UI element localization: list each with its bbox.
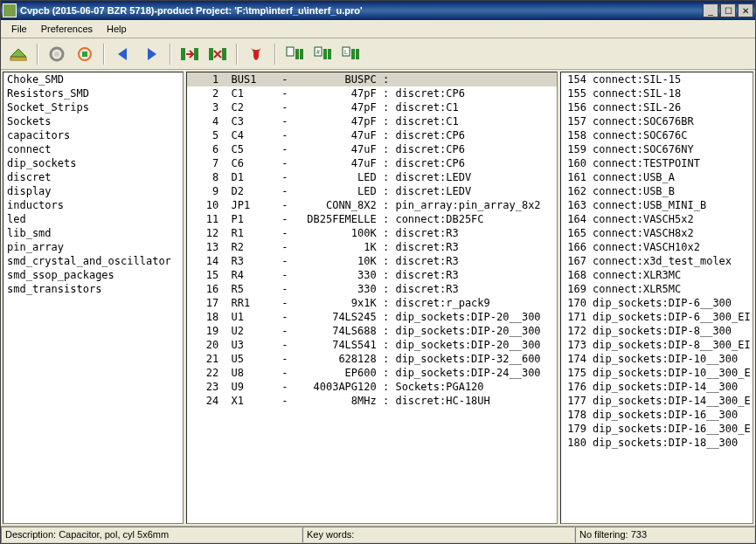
library-item[interactable]: Sockets bbox=[3, 114, 183, 128]
footprint-list[interactable]: 154 connect:SIL-15 155 connect:SIL-18 15… bbox=[561, 72, 753, 508]
component-hscroll[interactable] bbox=[187, 508, 557, 523]
component-row[interactable]: 11 P1 - DB25FEMELLE : connect:DB25FC bbox=[187, 212, 557, 226]
save-icon bbox=[9, 45, 28, 64]
auto-associate-button[interactable] bbox=[177, 42, 202, 66]
footprint-item[interactable]: 174 dip_sockets:DIP-10__300 bbox=[561, 352, 753, 366]
component-row[interactable]: 5 C4 - 47uF : discret:CP6 bbox=[187, 128, 557, 142]
footprint-item[interactable]: 180 dip_sockets:DIP-18__300 bbox=[561, 436, 753, 450]
component-row[interactable]: 7 C6 - 47uF : discret:CP6 bbox=[187, 156, 557, 170]
filter-keyword-icon bbox=[285, 45, 304, 63]
footprint-item[interactable]: 162 connect:USB_B bbox=[561, 184, 753, 198]
footprint-item[interactable]: 169 connect:XLR5MC bbox=[561, 282, 753, 296]
view-footprint-button[interactable] bbox=[73, 42, 97, 66]
library-item[interactable]: capacitors bbox=[3, 128, 183, 142]
filter-keyword-button[interactable] bbox=[282, 42, 307, 66]
footprint-item[interactable]: 178 dip_sockets:DIP-16__300 bbox=[561, 408, 753, 422]
library-item[interactable]: pin_array bbox=[3, 240, 183, 254]
library-item[interactable]: inductors bbox=[3, 198, 183, 212]
footprint-item[interactable]: 164 connect:VASCH5x2 bbox=[561, 212, 753, 226]
component-row[interactable]: 12 R1 - 100K : discret:R3 bbox=[187, 226, 557, 240]
prev-button[interactable] bbox=[111, 42, 135, 66]
component-row[interactable]: 16 R5 - 330 : discret:R3 bbox=[187, 282, 557, 296]
component-row[interactable]: 24 X1 - 8MHz : discret:HC-18UH bbox=[187, 394, 557, 408]
component-row[interactable]: 10 JP1 - CONN_8X2 : pin_array:pin_array_… bbox=[187, 198, 557, 212]
footprint-item[interactable]: 155 connect:SIL-18 bbox=[561, 86, 753, 100]
component-row[interactable]: 22 U8 - EP600 : dip_sockets:DIP-24__300 bbox=[187, 366, 557, 380]
footprint-item[interactable]: 163 connect:USB_MINI_B bbox=[561, 198, 753, 212]
component-row[interactable]: 6 C5 - 47uF : discret:CP6 bbox=[187, 142, 557, 156]
pdf-icon bbox=[247, 45, 265, 63]
footprint-item[interactable]: 175 dip_sockets:DIP-10__300_E bbox=[561, 366, 753, 380]
svg-rect-15 bbox=[328, 49, 331, 59]
footprint-item[interactable]: 170 dip_sockets:DIP-6__300 bbox=[561, 296, 753, 310]
library-item[interactable]: smd_transistors bbox=[3, 282, 183, 296]
library-item[interactable]: display bbox=[3, 184, 183, 198]
library-item[interactable]: discret bbox=[3, 170, 183, 184]
delete-associations-button[interactable] bbox=[205, 42, 230, 66]
footprint-item[interactable]: 167 connect:x3d_test_molex bbox=[561, 254, 753, 268]
footprint-item[interactable]: 154 connect:SIL-15 bbox=[561, 72, 753, 86]
library-item[interactable]: connect bbox=[3, 142, 183, 156]
minimize-button[interactable]: _ bbox=[703, 3, 718, 17]
component-row[interactable]: 18 U1 - 74LS245 : dip_sockets:DIP-20__30… bbox=[187, 310, 557, 324]
close-button[interactable]: ✕ bbox=[738, 3, 753, 17]
filter-library-button[interactable]: L bbox=[338, 42, 363, 66]
footprint-item[interactable]: 157 connect:SOC676BR bbox=[561, 114, 753, 128]
footprint-item[interactable]: 179 dip_sockets:DIP-16__300_E bbox=[561, 422, 753, 436]
filter-pincount-button[interactable]: # bbox=[310, 42, 335, 66]
footprint-item[interactable]: 172 dip_sockets:DIP-8__300 bbox=[561, 324, 753, 338]
component-row[interactable]: 4 C3 - 47pF : discret:C1 bbox=[187, 114, 557, 128]
library-item[interactable]: Choke_SMD bbox=[3, 72, 183, 86]
footprint-item[interactable]: 161 connect:USB_A bbox=[561, 170, 753, 184]
footprint-item[interactable]: 156 connect:SIL-26 bbox=[561, 100, 753, 114]
svg-rect-7 bbox=[209, 48, 213, 60]
library-item[interactable]: smd_ssop_packages bbox=[3, 268, 183, 282]
component-row[interactable]: 14 R3 - 10K : discret:R3 bbox=[187, 254, 557, 268]
svg-text:L: L bbox=[344, 49, 348, 55]
component-row[interactable]: 19 U2 - 74LS688 : dip_sockets:DIP-20__30… bbox=[187, 324, 557, 338]
menu-help[interactable]: Help bbox=[100, 22, 134, 36]
component-row[interactable]: 2 C1 - 47pF : discret:CP6 bbox=[187, 86, 557, 100]
menu-file[interactable]: File bbox=[4, 22, 34, 36]
library-list[interactable]: Choke_SMDResistors_SMDSocket_StripsSocke… bbox=[3, 72, 183, 508]
library-item[interactable]: Socket_Strips bbox=[3, 100, 183, 114]
component-row[interactable]: 1 BUS1 - BUSPC : bbox=[187, 72, 557, 86]
component-row[interactable]: 17 RR1 - 9x1K : discret:r_pack9 bbox=[187, 296, 557, 310]
library-item[interactable]: lib_smd bbox=[3, 226, 183, 240]
component-row[interactable]: 21 U5 - 628128 : dip_sockets:DIP-32__600 bbox=[187, 352, 557, 366]
component-row[interactable]: 23 U9 - 4003APG120 : Sockets:PGA120 bbox=[187, 380, 557, 394]
footprint-item[interactable]: 165 connect:VASCH8x2 bbox=[561, 226, 753, 240]
footprint-item[interactable]: 168 connect:XLR3MC bbox=[561, 268, 753, 282]
arrow-right-icon bbox=[142, 45, 160, 63]
arrow-left-icon bbox=[114, 45, 132, 63]
footprint-pane: 154 connect:SIL-15 155 connect:SIL-18 15… bbox=[560, 72, 753, 524]
config-button[interactable] bbox=[45, 42, 69, 66]
component-row[interactable]: 20 U3 - 74LS541 : dip_sockets:DIP-20__30… bbox=[187, 338, 557, 352]
component-row[interactable]: 3 C2 - 47pF : discret:C1 bbox=[187, 100, 557, 114]
next-button[interactable] bbox=[139, 42, 163, 66]
library-hscroll[interactable] bbox=[3, 508, 183, 523]
footprint-item[interactable]: 171 dip_sockets:DIP-6__300_EI bbox=[561, 310, 753, 324]
menu-preferences[interactable]: Preferences bbox=[34, 22, 100, 36]
footprint-item[interactable]: 173 dip_sockets:DIP-8__300_EI bbox=[561, 338, 753, 352]
component-row[interactable]: 8 D1 - LED : discret:LEDV bbox=[187, 170, 557, 184]
save-button[interactable] bbox=[6, 42, 31, 66]
component-list[interactable]: 1 BUS1 - BUSPC : 2 C1 - 47pF : discret:C… bbox=[187, 72, 557, 508]
titlebar: Cvpcb (2015-06-07 BZR 5718)-product Proj… bbox=[1, 1, 755, 20]
footprint-item[interactable]: 177 dip_sockets:DIP-14__300_E bbox=[561, 394, 753, 408]
footprint-item[interactable]: 166 connect:VASCH10x2 bbox=[561, 240, 753, 254]
pdf-doc-button[interactable] bbox=[244, 42, 268, 66]
library-item[interactable]: led bbox=[3, 212, 183, 226]
component-row[interactable]: 9 D2 - LED : discret:LEDV bbox=[187, 184, 557, 198]
component-row[interactable]: 15 R4 - 330 : discret:R3 bbox=[187, 268, 557, 282]
maximize-button[interactable]: ☐ bbox=[720, 3, 736, 17]
library-item[interactable]: Resistors_SMD bbox=[3, 86, 183, 100]
footprint-item[interactable]: 160 connect:TESTPOINT bbox=[561, 156, 753, 170]
footprint-item[interactable]: 176 dip_sockets:DIP-14__300 bbox=[561, 380, 753, 394]
footprint-hscroll[interactable] bbox=[561, 508, 753, 523]
footprint-item[interactable]: 159 connect:SOC676NY bbox=[561, 142, 753, 156]
component-row[interactable]: 13 R2 - 1K : discret:R3 bbox=[187, 240, 557, 254]
footprint-item[interactable]: 158 connect:SOC676C bbox=[561, 128, 753, 142]
library-item[interactable]: dip_sockets bbox=[3, 156, 183, 170]
library-item[interactable]: smd_crystal_and_oscillator bbox=[3, 254, 183, 268]
